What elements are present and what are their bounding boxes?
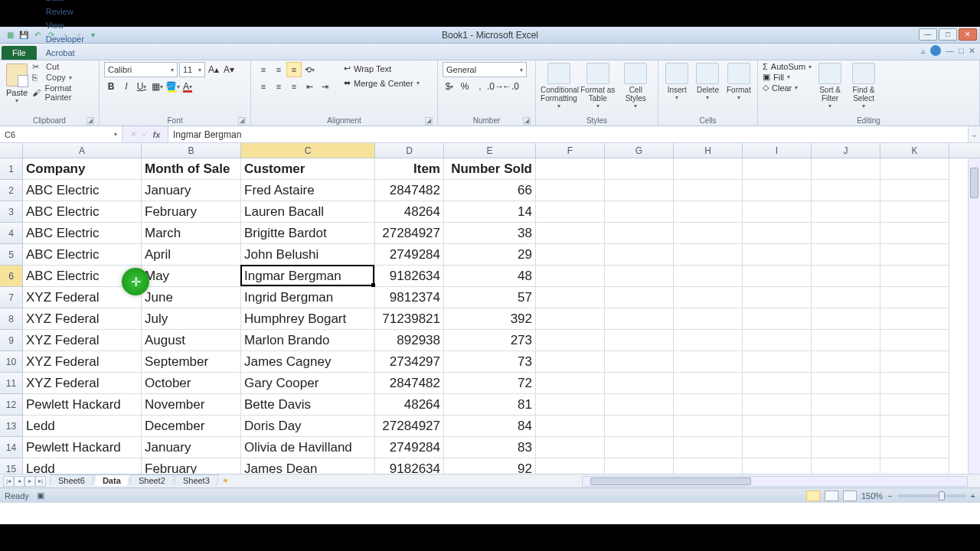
sheet-tab[interactable]: Sheet3 [174,474,219,486]
column-header[interactable]: C [241,143,375,158]
cell[interactable]: January [142,180,241,201]
cell[interactable]: ABC Electric [23,266,142,287]
cell[interactable]: Bette Davis [241,394,375,416]
cell[interactable]: ABC Electric [23,201,142,223]
cell[interactable]: 9182634 [375,266,444,287]
row-header[interactable]: 3 [0,201,23,223]
page-break-view-button[interactable] [843,491,857,501]
cell[interactable]: ABC Electric [23,180,142,201]
cell[interactable]: 48 [444,266,536,287]
new-sheet-icon[interactable]: ✴ [222,476,229,486]
cell[interactable] [674,458,743,474]
column-header[interactable]: B [142,143,241,158]
tab-file[interactable]: File [2,46,37,60]
cell[interactable] [812,223,880,244]
cell[interactable]: 48264 [375,201,444,223]
cell[interactable]: Customer [241,158,375,180]
horizontal-scrollbar[interactable] [582,476,968,487]
cell[interactable] [880,394,949,416]
close-button[interactable]: ✕ [959,28,977,41]
cell[interactable] [674,351,743,373]
cell[interactable] [812,394,880,416]
cell[interactable] [812,458,880,474]
column-header[interactable]: A [23,143,142,158]
cell[interactable] [743,458,812,474]
row-header[interactable]: 13 [0,416,23,437]
cell[interactable] [880,308,949,330]
font-color-button[interactable]: A▾ [181,79,194,94]
cell[interactable] [674,394,743,416]
cell[interactable]: Gary Cooper [241,373,375,394]
vertical-scrollbar[interactable] [968,158,980,474]
cell[interactable]: Fred Astaire [241,180,375,201]
cell[interactable]: 2847482 [375,373,444,394]
cell[interactable] [674,330,743,351]
align-top-button[interactable]: ≡ [256,62,271,77]
cell[interactable]: Ingrid Bergman [241,287,375,308]
sort-filter-button[interactable]: Sort & Filter▾ [815,62,845,109]
cell[interactable]: Marlon Brando [241,330,375,351]
cell[interactable]: May [142,266,241,287]
decrease-decimal-button[interactable]: ←.0 [504,79,518,94]
column-header[interactable]: I [743,143,812,158]
zoom-out-button[interactable]: − [887,491,892,500]
maximize-button[interactable]: □ [939,28,957,41]
clear-button[interactable]: ◇Clear▾ [763,83,812,93]
formula-input[interactable]: Ingmar Bergman [168,126,968,142]
decrease-indent-button[interactable]: ⇤ [302,79,317,94]
cell[interactable] [674,416,743,437]
cell[interactable] [743,416,812,437]
cell[interactable] [743,223,812,244]
cell[interactable] [536,266,605,287]
cell[interactable] [880,287,949,308]
cell[interactable] [812,201,880,223]
format-as-table-button[interactable]: Format as Table▾ [580,62,616,109]
italic-button[interactable]: I [119,79,133,94]
cell[interactable]: ABC Electric [23,223,142,244]
cell[interactable]: June [142,287,241,308]
cell[interactable]: April [142,244,241,266]
cell[interactable] [536,416,605,437]
cell[interactable] [812,308,880,330]
cell[interactable] [880,458,949,474]
cell[interactable] [880,158,949,180]
cell[interactable] [880,266,949,287]
cell[interactable] [674,266,743,287]
sheet-tab[interactable]: Sheet2 [129,474,175,486]
row-header[interactable]: 9 [0,330,23,351]
cell[interactable] [674,308,743,330]
cell[interactable]: 273 [444,330,536,351]
cell[interactable] [674,373,743,394]
row-header[interactable]: 1 [0,158,23,180]
cell[interactable]: 84 [444,416,536,437]
cut-button[interactable]: ✂Cut [32,62,94,71]
cell[interactable]: XYZ Federal [23,373,142,394]
column-header[interactable]: K [880,143,949,158]
cell[interactable] [743,308,812,330]
row-header[interactable]: 4 [0,223,23,244]
cell[interactable]: Ingmar Bergman [241,266,375,287]
cell[interactable]: Item [375,158,444,180]
cell[interactable]: Ledd [23,458,142,474]
cell[interactable]: XYZ Federal [23,308,142,330]
cell[interactable] [536,394,605,416]
cell[interactable] [536,223,605,244]
cell[interactable]: John Belushi [241,244,375,266]
sheet-nav-prev-icon[interactable]: ◂ [14,476,24,487]
ribbon-min-icon[interactable]: ▵ [921,46,926,56]
cell[interactable]: 27284927 [375,416,444,437]
cell[interactable] [880,223,949,244]
cell[interactable]: 2847482 [375,180,444,201]
cell[interactable] [674,437,743,458]
cell[interactable] [605,373,674,394]
wrap-text-button[interactable]: ↩Wrap Text [340,62,423,75]
row-header[interactable]: 8 [0,308,23,330]
bold-button[interactable]: B [104,79,118,94]
expand-formula-icon[interactable]: ⌄ [968,126,980,142]
cell[interactable] [536,158,605,180]
cell[interactable]: Brigitte Bardot [241,223,375,244]
minimize-button[interactable]: — [919,28,937,41]
cell[interactable]: 38 [444,223,536,244]
cell[interactable]: Doris Day [241,416,375,437]
cell[interactable] [743,201,812,223]
